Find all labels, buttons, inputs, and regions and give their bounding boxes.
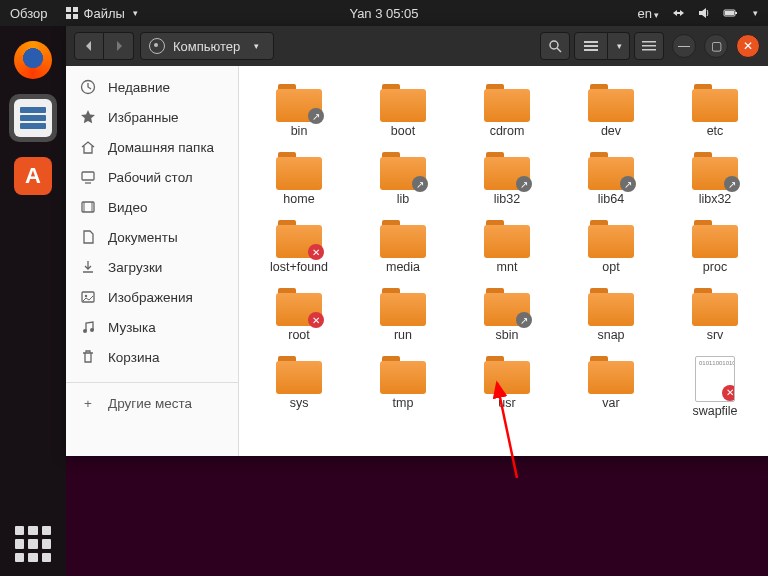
svg-rect-2 <box>725 11 734 15</box>
file-item[interactable]: run <box>351 284 455 352</box>
file-label: boot <box>391 124 415 138</box>
file-label: home <box>283 192 314 206</box>
file-item[interactable]: boot <box>351 80 455 148</box>
nav-back-button[interactable] <box>74 32 104 60</box>
folder-icon <box>380 84 426 122</box>
svg-rect-10 <box>642 49 656 51</box>
file-label: lib64 <box>598 192 624 206</box>
denied-badge-icon: ✕ <box>722 385 735 401</box>
file-item[interactable]: var <box>559 352 663 428</box>
window-minimize-button[interactable]: — <box>672 34 696 58</box>
sidebar-item-pictures[interactable]: Изображения <box>66 282 238 312</box>
folder-icon: ↗ <box>380 152 426 190</box>
app-menu[interactable]: Файлы ▾ <box>66 6 138 21</box>
link-badge-icon: ↗ <box>516 176 532 192</box>
sidebar-other-places[interactable]: +Другие места <box>66 382 238 423</box>
sidebar-item-star[interactable]: Избранные <box>66 102 238 132</box>
file-item[interactable]: mnt <box>455 216 559 284</box>
dock-firefox[interactable] <box>9 36 57 84</box>
svg-point-18 <box>90 328 94 332</box>
folder-icon <box>484 356 530 394</box>
svg-rect-7 <box>584 49 598 51</box>
file-item[interactable]: 0101100101010010011010✕swapfile <box>663 352 767 428</box>
binary-file-icon: 0101100101010010011010✕ <box>695 356 735 402</box>
file-label: opt <box>602 260 619 274</box>
svg-point-17 <box>83 329 87 333</box>
sidebar-item-label: Другие места <box>108 396 192 411</box>
file-item[interactable]: ✕lost+found <box>247 216 351 284</box>
file-item[interactable]: media <box>351 216 455 284</box>
window-maximize-button[interactable]: ▢ <box>704 34 728 58</box>
desktop-icon <box>80 169 96 185</box>
file-item[interactable]: tmp <box>351 352 455 428</box>
dock-files[interactable] <box>9 94 57 142</box>
denied-badge-icon: ✕ <box>308 312 324 328</box>
activities-button[interactable]: Обзор <box>10 6 48 21</box>
sidebar-item-video[interactable]: Видео <box>66 192 238 222</box>
folder-icon <box>276 356 322 394</box>
file-item[interactable]: home <box>247 148 351 216</box>
denied-badge-icon: ✕ <box>308 244 324 260</box>
search-button[interactable] <box>540 32 570 60</box>
file-item[interactable]: proc <box>663 216 767 284</box>
dock-software[interactable]: A <box>9 152 57 200</box>
sidebar-item-documents[interactable]: Документы <box>66 222 238 252</box>
sidebar-item-music[interactable]: Музыка <box>66 312 238 342</box>
sidebar-item-downloads[interactable]: Загрузки <box>66 252 238 282</box>
downloads-icon <box>80 259 96 275</box>
network-icon[interactable] <box>671 6 685 20</box>
link-badge-icon: ↗ <box>412 176 428 192</box>
sidebar-item-desktop[interactable]: Рабочий стол <box>66 162 238 192</box>
file-item[interactable]: etc <box>663 80 767 148</box>
link-badge-icon: ↗ <box>620 176 636 192</box>
sidebar-item-recent[interactable]: Недавние <box>66 72 238 102</box>
view-list-button[interactable] <box>574 32 608 60</box>
svg-line-4 <box>557 48 561 52</box>
file-item[interactable]: ↗sbin <box>455 284 559 352</box>
path-button[interactable]: Компьютер ▾ <box>140 32 274 60</box>
clock[interactable]: Yan 3 05:05 <box>349 6 418 21</box>
file-label: lost+found <box>270 260 328 274</box>
file-item[interactable]: ✕root <box>247 284 351 352</box>
documents-icon <box>80 229 96 245</box>
system-menu-toggle[interactable]: ▾ <box>753 8 758 18</box>
sidebar-item-trash[interactable]: Корзина <box>66 342 238 372</box>
file-item[interactable]: ↗libx32 <box>663 148 767 216</box>
file-item[interactable]: ↗lib64 <box>559 148 663 216</box>
input-language[interactable]: en▾ <box>638 6 659 21</box>
file-item[interactable]: cdrom <box>455 80 559 148</box>
svg-point-3 <box>550 41 558 49</box>
file-item[interactable]: snap <box>559 284 663 352</box>
show-applications[interactable] <box>15 526 51 562</box>
file-item[interactable]: sys <box>247 352 351 428</box>
file-label: snap <box>597 328 624 342</box>
sidebar-item-home[interactable]: Домашняя папка <box>66 132 238 162</box>
sidebar-item-label: Изображения <box>108 290 193 305</box>
file-label: cdrom <box>490 124 525 138</box>
volume-icon[interactable] <box>697 6 711 20</box>
file-label: libx32 <box>699 192 732 206</box>
file-label: sys <box>290 396 309 410</box>
file-item[interactable]: ↗lib32 <box>455 148 559 216</box>
battery-icon[interactable] <box>723 6 739 20</box>
pictures-icon <box>80 289 96 305</box>
file-item[interactable]: ↗bin <box>247 80 351 148</box>
file-item[interactable]: ↗lib <box>351 148 455 216</box>
folder-icon <box>380 288 426 326</box>
sidebar-item-label: Избранные <box>108 110 179 125</box>
hamburger-menu-button[interactable] <box>634 32 664 60</box>
files-window: Компьютер ▾ ▾ — ▢ ✕ НедавниеИзбранныеДом… <box>66 26 768 456</box>
file-item[interactable]: dev <box>559 80 663 148</box>
file-label: tmp <box>393 396 414 410</box>
folder-icon <box>380 220 426 258</box>
folder-icon <box>484 220 530 258</box>
view-options-button[interactable]: ▾ <box>608 32 630 60</box>
window-close-button[interactable]: ✕ <box>736 34 760 58</box>
file-item[interactable]: usr <box>455 352 559 428</box>
recent-icon <box>80 79 96 95</box>
file-item[interactable]: srv <box>663 284 767 352</box>
file-item[interactable]: opt <box>559 216 663 284</box>
music-icon <box>80 319 96 335</box>
nav-forward-button[interactable] <box>104 32 134 60</box>
path-label: Компьютер <box>173 39 240 54</box>
